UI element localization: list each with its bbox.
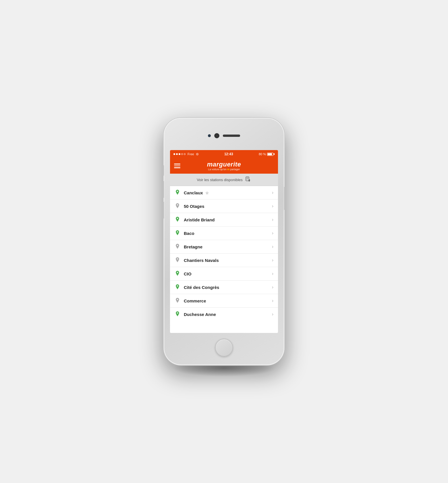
app-subtitle: La voiture qu'on m partager [184,168,264,171]
chevron-right-icon: › [272,190,273,195]
hamburger-line-1 [174,164,180,164]
chevron-right-icon: › [272,285,273,290]
pin-icon [175,271,180,277]
pin-icon [175,230,180,236]
pin-icon [175,203,180,209]
station-name: Commerce [184,298,269,303]
screen-content: Free ⊜ 12:43 80 % [170,150,278,333]
chevron-right-icon: › [272,258,273,263]
battery-tip [274,153,275,155]
station-name: CIO [184,271,269,276]
station-list-item[interactable]: Chantiers Navals › [170,254,278,267]
chevron-right-icon: › [272,298,273,303]
pin-icon [175,284,180,290]
signal-dot-2 [176,153,178,155]
chevron-right-icon: › [272,217,273,222]
station-list-item[interactable]: CIO › [170,267,278,281]
banner-text: Voir les stations disponibles [197,178,243,182]
carrier-name: Free [188,152,194,156]
banner-icon [245,177,251,183]
app-header: marguerite La voiture qu'on m partager [170,158,278,174]
pin-icon [175,311,180,317]
app-title: marguerite [184,161,264,168]
volume-up-button [163,181,164,198]
mute-button [163,165,164,176]
station-list-item[interactable]: Bretagne › [170,240,278,254]
app-title-block: marguerite La voiture qu'on m partager [184,161,264,171]
station-list-item[interactable]: Baco › [170,227,278,240]
station-list-item[interactable]: Canclaux ☆ › [170,186,278,200]
hamburger-line-2 [174,166,180,166]
station-name: Aristide Briand [184,217,269,222]
station-name: Duchesse Anne [184,312,269,317]
pin-icon [175,244,180,250]
station-list-item[interactable]: Duchesse Anne › [170,308,278,321]
earpiece-speaker [223,135,240,137]
battery-icon [267,153,275,156]
status-bar: Free ⊜ 12:43 80 % [170,150,278,158]
app-name-text: marguerite [207,161,241,168]
phone-device: Free ⊜ 12:43 80 % [164,118,284,365]
signal-dot-5 [184,153,186,155]
station-list-item[interactable]: Commerce › [170,294,278,308]
signal-dot-3 [179,153,180,155]
star-icon: ☆ [205,191,209,195]
pin-icon [175,298,180,304]
pin-icon [175,217,180,223]
station-list-item[interactable]: Aristide Briand › [170,213,278,227]
station-list-item[interactable]: 50 Otages › [170,200,278,213]
volume-down-button [163,202,164,218]
sensor [208,134,211,137]
signal-dot-1 [173,153,175,155]
station-name: Bretagne [184,244,269,249]
chevron-right-icon: › [272,244,273,249]
phone-notch [208,134,240,138]
pin-icon [175,190,180,195]
station-name: Cité des Congrès [184,285,269,290]
battery-percent: 80 % [259,152,266,156]
battery-fill [268,153,272,155]
chevron-right-icon: › [272,312,273,317]
station-name: Chantiers Navals [184,258,269,263]
chevron-right-icon: › [272,271,273,276]
station-name: Canclaux ☆ [184,190,269,195]
power-button [284,187,285,210]
station-list: Canclaux ☆ › 50 Otages › Aristide Briand… [170,186,278,333]
pin-icon [175,257,180,263]
wifi-icon: ⊜ [196,152,199,156]
status-time: 12:43 [224,152,233,156]
chevron-right-icon: › [272,204,273,209]
station-name: Baco [184,231,269,236]
status-battery: 80 % [259,152,275,156]
status-signal: Free ⊜ [173,152,199,156]
front-camera [215,134,219,138]
signal-dot-4 [181,153,183,155]
phone-shell: Free ⊜ 12:43 80 % [164,118,284,365]
chevron-right-icon: › [272,231,273,236]
stations-banner[interactable]: Voir les stations disponibles [170,174,278,186]
home-button[interactable] [215,339,233,356]
hamburger-line-3 [174,167,180,168]
phone-screen: Free ⊜ 12:43 80 % [170,150,278,333]
station-name: 50 Otages [184,204,269,209]
hamburger-menu-button[interactable] [174,164,180,168]
app-subtitle-m: m [227,168,229,171]
station-list-item[interactable]: Cité des Congrès › [170,281,278,294]
